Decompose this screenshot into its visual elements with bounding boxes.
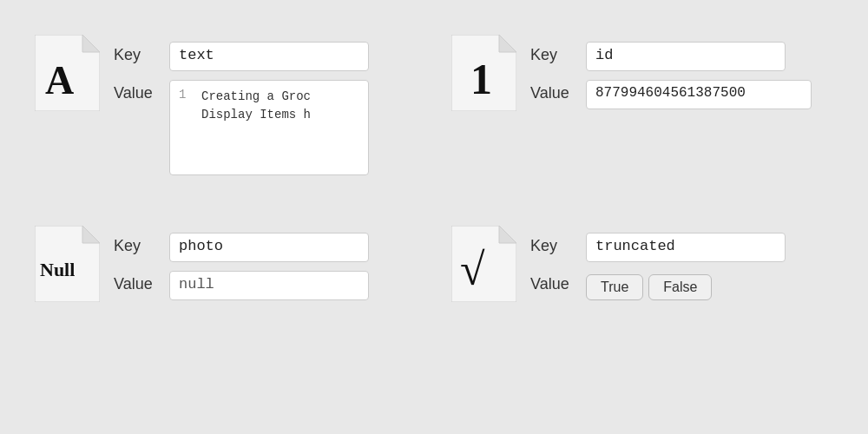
id-value-input[interactable]: 877994604561387500 <box>586 80 812 109</box>
card-id: 1 Key id Value 877994604561387500 <box>451 35 833 208</box>
true-button[interactable]: True <box>586 274 643 300</box>
truncated-key-label: Key <box>530 233 575 255</box>
id-key-input[interactable]: id <box>586 42 786 71</box>
text-value-textarea[interactable]: 1 Creating a Groc Display Items h <box>169 80 369 175</box>
false-button[interactable]: False <box>648 274 712 300</box>
boolean-buttons: True False <box>586 271 712 300</box>
truncated-key-input[interactable]: truncated <box>586 233 786 262</box>
id-value-row: Value 877994604561387500 <box>530 80 833 109</box>
text-key-input[interactable]: text <box>169 42 369 71</box>
truncated-value-label: Value <box>530 271 575 293</box>
card-text: A Key text Value 1 Creating a Groc Displ… <box>35 35 417 208</box>
text-key-label: Key <box>114 42 159 64</box>
id-card-fields: Key id Value 877994604561387500 <box>530 35 833 109</box>
text-value-label: Value <box>114 80 159 102</box>
svg-marker-10 <box>499 226 516 243</box>
number-type-icon: 1 <box>451 35 516 111</box>
photo-key-input[interactable]: photo <box>169 233 369 262</box>
textarea-content: Creating a Groc Display Items h <box>201 88 359 124</box>
card-photo: Null Key photo Value null <box>35 226 417 399</box>
text-type-icon: A <box>35 35 100 111</box>
text-key-row: Key text <box>114 42 417 71</box>
id-key-row: Key id <box>530 42 833 71</box>
photo-key-row: Key photo <box>114 233 417 262</box>
main-grid: A Key text Value 1 Creating a Groc Displ… <box>0 0 868 434</box>
id-value-label: Value <box>530 80 575 102</box>
photo-card-fields: Key photo Value null <box>114 226 417 300</box>
truncated-value-row: Value True False <box>530 271 833 300</box>
svg-text:1: 1 <box>470 55 492 103</box>
truncated-card-fields: Key truncated Value True False <box>530 226 833 300</box>
id-key-label: Key <box>530 42 575 64</box>
null-type-icon: Null <box>35 226 100 302</box>
svg-marker-7 <box>82 226 100 243</box>
svg-text:√: √ <box>460 245 485 294</box>
svg-marker-4 <box>499 35 516 52</box>
photo-key-label: Key <box>114 233 159 255</box>
photo-value-label: Value <box>114 271 159 293</box>
truncated-key-row: Key truncated <box>530 233 833 262</box>
card-truncated: √ Key truncated Value True False <box>451 226 833 399</box>
svg-text:Null: Null <box>40 259 75 280</box>
boolean-type-icon: √ <box>451 226 516 302</box>
textarea-line-number: 1 <box>179 88 193 124</box>
photo-value-row: Value null <box>114 271 417 300</box>
svg-text:A: A <box>45 58 74 102</box>
text-value-row: Value 1 Creating a Groc Display Items h <box>114 80 417 175</box>
svg-marker-1 <box>82 35 100 52</box>
text-card-fields: Key text Value 1 Creating a Groc Display… <box>114 35 417 175</box>
photo-value-input[interactable]: null <box>169 271 369 300</box>
